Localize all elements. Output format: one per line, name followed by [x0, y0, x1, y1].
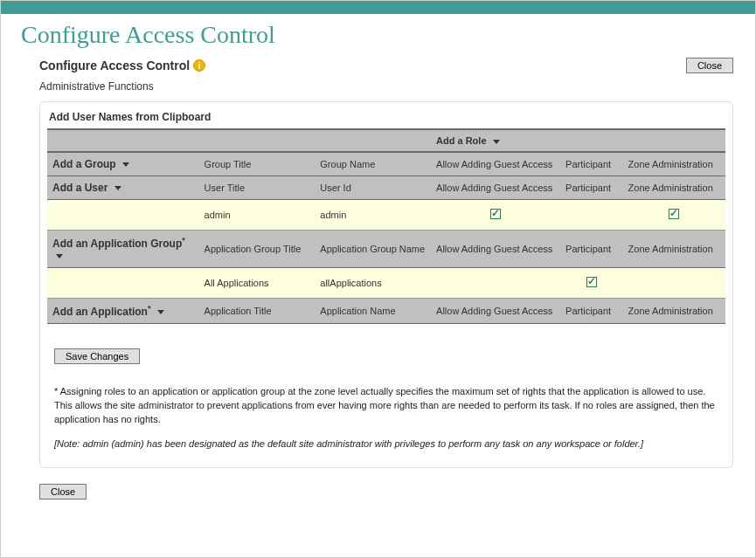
app-group-row-title: All Applications: [199, 268, 316, 299]
checkbox-zone-admin[interactable]: [669, 209, 679, 219]
app-zone-col: Zone Administration: [623, 299, 725, 324]
app-group-title-col: Application Group Title: [199, 231, 316, 268]
save-changes-button[interactable]: Save Changes: [54, 348, 140, 364]
add-role-label: Add a Role: [436, 135, 486, 146]
chevron-down-icon: [157, 310, 164, 314]
group-title-col: Group Title: [199, 152, 316, 176]
table-row: All Applications allApplications: [47, 268, 725, 299]
chevron-down-icon: [56, 254, 63, 258]
page-title: Configure Access Control: [21, 21, 755, 49]
chevron-down-icon: [114, 186, 121, 190]
app-title-col: Application Title: [199, 299, 316, 324]
app-group-guest-col: Allow Adding Guest Access: [431, 231, 560, 268]
footnote-text: * Assigning roles to an application or a…: [54, 385, 718, 427]
role-header-row: Add a Role: [47, 129, 725, 152]
app-participant-col: Participant: [560, 299, 622, 324]
info-icon[interactable]: i: [193, 59, 205, 72]
app-group-participant-col: Participant: [560, 231, 622, 268]
add-app-group-label: Add an Application Group: [52, 238, 182, 250]
group-section-row: Add a Group Group Title Group Name Allow…: [47, 152, 725, 176]
user-participant-col: Participant: [560, 176, 622, 200]
top-accent-bar: [1, 1, 755, 14]
footnote-italic: [Note: admin (admin) has been designated…: [54, 437, 718, 451]
asterisk-icon: *: [182, 236, 185, 245]
panel-heading-text: Configure Access Control: [39, 59, 190, 72]
app-group-section-row: Add an Application Group* Application Gr…: [47, 231, 725, 268]
group-participant-col: Participant: [560, 152, 622, 176]
app-guest-col: Allow Adding Guest Access: [431, 299, 560, 324]
add-group-label: Add a Group: [52, 158, 116, 170]
add-user-dropdown[interactable]: Add a User: [52, 182, 121, 194]
panel-subtitle: Add User Names from Clipboard: [49, 111, 725, 123]
access-table: Add a Role Add a Group Group Title Group…: [47, 128, 725, 324]
app-group-row-name: allApplications: [315, 268, 431, 299]
save-row: Save Changes: [54, 348, 725, 364]
checkbox-guest-admin[interactable]: [490, 209, 501, 219]
add-application-dropdown[interactable]: Add an Application*: [52, 306, 164, 318]
page-root: Configure Access Control Configure Acces…: [0, 0, 756, 558]
panel-heading: Configure Access Control i: [39, 59, 205, 72]
panel-header-row: Configure Access Control i Close: [1, 58, 755, 73]
app-group-name-col: Application Group Name: [315, 231, 431, 268]
add-application-label: Add an Application: [52, 306, 148, 318]
table-row: admin admin: [47, 200, 725, 231]
close-button-bottom[interactable]: Close: [39, 484, 87, 499]
close-button-top[interactable]: Close: [686, 58, 733, 73]
add-app-group-dropdown[interactable]: Add an Application Group*: [52, 238, 185, 262]
bottom-close-row: Close: [39, 484, 755, 499]
asterisk-icon: *: [148, 304, 151, 313]
app-group-zone-col: Zone Administration: [623, 231, 725, 268]
user-row-title: admin: [199, 200, 316, 231]
app-section-row: Add an Application* Application Title Ap…: [47, 299, 725, 324]
access-control-panel: Add User Names from Clipboard Add a Role: [39, 101, 733, 468]
user-guest-col: Allow Adding Guest Access: [431, 176, 560, 200]
checkbox-participant-allapps[interactable]: [586, 277, 597, 287]
breadcrumb: Administrative Functions: [1, 80, 755, 101]
user-section-row: Add a User User Title User Id Allow Addi…: [47, 176, 725, 200]
app-name-col: Application Name: [315, 299, 431, 324]
user-name-col: User Id: [315, 176, 431, 200]
user-title-col: User Title: [199, 176, 316, 200]
user-zone-col: Zone Administration: [623, 176, 725, 200]
chevron-down-icon: [122, 162, 129, 167]
group-guest-col: Allow Adding Guest Access: [431, 152, 560, 176]
add-user-label: Add a User: [52, 182, 108, 194]
group-name-col: Group Name: [315, 152, 431, 176]
add-role-dropdown[interactable]: Add a Role: [436, 135, 500, 146]
add-group-dropdown[interactable]: Add a Group: [52, 158, 129, 170]
chevron-down-icon: [493, 140, 500, 144]
user-row-name: admin: [315, 200, 431, 231]
group-zone-col: Zone Administration: [623, 152, 725, 176]
